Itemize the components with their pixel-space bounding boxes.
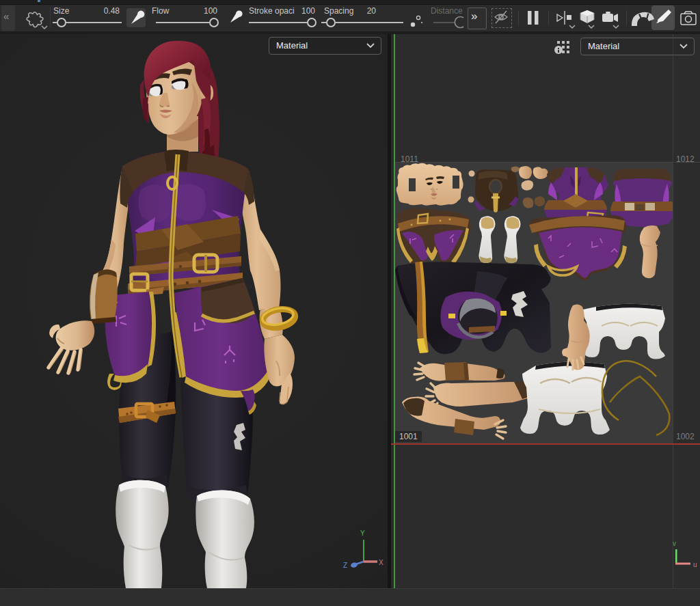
svg-text:Y: Y (360, 529, 365, 537)
svg-text:X: X (379, 559, 383, 566)
svg-text:u: u (693, 561, 697, 568)
svg-text:Z: Z (343, 562, 347, 569)
